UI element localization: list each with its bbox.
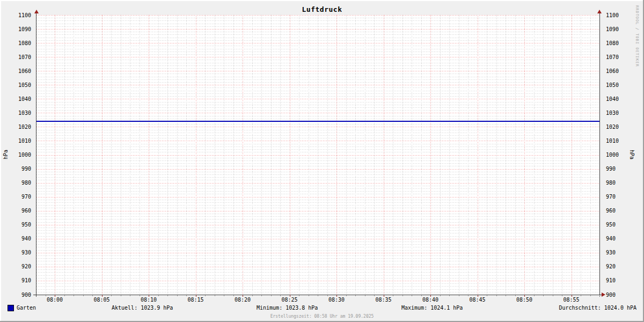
y-tick-label-left: 1080	[10, 40, 31, 46]
y-tick-label-left: 1100	[10, 12, 31, 18]
bevel-edge-top	[0, 0, 644, 1]
x-tick-minor	[534, 295, 535, 296]
x-tick-minor	[459, 295, 459, 296]
x-tick-minor	[562, 295, 562, 296]
x-tick-major	[572, 295, 572, 297]
gridline-h-major	[36, 155, 599, 156]
x-tick-minor	[271, 295, 272, 296]
gridline-v-major	[478, 15, 478, 295]
creation-timestamp: Erstellungszeit: 08:58 Uhr am 19.09.2025	[0, 314, 644, 319]
x-tick-minor	[553, 295, 553, 296]
x-tick-minor	[487, 295, 487, 296]
x-tick-minor	[327, 295, 328, 296]
x-tick-label: 08:15	[182, 297, 209, 303]
y-tick-label-right: 900	[606, 292, 616, 298]
gridline-h-major	[36, 197, 599, 197]
y-tick-label-left: 980	[10, 180, 31, 186]
x-tick-major	[55, 295, 55, 297]
x-tick-minor	[590, 295, 591, 296]
x-tick-major	[336, 295, 337, 297]
x-tick-minor	[355, 295, 356, 296]
y-axis-unit-right: hPa	[628, 145, 635, 164]
x-tick-minor	[140, 295, 140, 296]
x-tick-minor	[365, 295, 365, 296]
y-axis-arrow-left	[34, 10, 39, 13]
x-tick-minor	[167, 295, 168, 296]
y-tick-label-right: 1070	[606, 54, 619, 60]
x-tick-minor	[412, 295, 412, 296]
x-tick-minor	[92, 295, 93, 296]
gridline-h-major	[36, 169, 599, 170]
y-tick-label-left: 1060	[10, 68, 31, 74]
y-tick-label-right: 930	[606, 250, 616, 255]
stat-minimum: Minimum: 1023.8 hPa	[257, 305, 318, 311]
y-tick-label-left: 1090	[10, 26, 31, 32]
y-tick-label-right: 920	[606, 264, 616, 269]
x-tick-minor	[280, 295, 281, 296]
x-tick-label: 08:40	[417, 297, 444, 303]
y-tick-label-left: 940	[10, 236, 31, 241]
x-tick-minor	[158, 295, 159, 296]
x-tick-minor	[224, 295, 224, 296]
gridline-h-major	[36, 29, 599, 30]
x-tick-minor	[599, 295, 600, 296]
stat-durchschnitt: Durchschnitt: 1024.0 hPA	[559, 305, 637, 311]
x-tick-minor	[346, 295, 347, 296]
gridline-h-major	[36, 239, 599, 239]
gridline-v-major	[243, 15, 243, 295]
x-tick-major	[243, 295, 243, 297]
pressure-graph: Luftdruck 110011001090109010801080107010…	[0, 0, 644, 322]
gridline-v-major	[196, 15, 196, 295]
gridline-h-major	[36, 225, 599, 225]
x-tick-minor	[74, 295, 74, 296]
stat-aktuell: Aktuell: 1023.9 hPa	[112, 305, 173, 311]
y-tick-label-right: 960	[606, 208, 616, 214]
y-tick-label-right: 1090	[606, 26, 619, 32]
y-tick-label-right: 1030	[606, 110, 619, 116]
gridline-h-major	[36, 15, 599, 16]
gridline-h-major	[36, 211, 599, 211]
y-tick-label-left: 1030	[10, 110, 31, 116]
gridline-h-major	[36, 267, 599, 267]
x-tick-minor	[83, 295, 84, 296]
y-tick-label-right: 1080	[606, 40, 619, 46]
x-tick-major	[384, 295, 384, 297]
gridline-v-major	[384, 15, 384, 295]
gridline-v-major	[430, 15, 431, 295]
x-tick-minor	[261, 295, 262, 296]
x-tick-minor	[205, 295, 206, 296]
x-tick-minor	[299, 295, 299, 296]
series-line-garten	[36, 121, 599, 122]
gridline-v-major	[290, 15, 290, 295]
stat-maximum: Maximum: 1024.1 hPa	[401, 305, 463, 311]
y-tick-label-left: 970	[10, 194, 31, 200]
y-tick-label-right: 980	[606, 180, 616, 186]
x-tick-minor	[318, 295, 318, 296]
x-tick-minor	[506, 295, 506, 296]
x-tick-minor	[515, 295, 516, 296]
x-tick-minor	[543, 295, 544, 296]
gridline-h-major	[36, 127, 599, 127]
x-tick-label: 08:35	[370, 297, 397, 303]
x-tick-minor	[215, 295, 215, 296]
x-tick-minor	[393, 295, 393, 296]
x-tick-minor	[233, 295, 234, 296]
gridline-h-major	[36, 71, 599, 71]
x-tick-minor	[581, 295, 581, 296]
gridline-v-major	[149, 15, 149, 295]
gridline-v-major	[55, 15, 55, 295]
x-tick-label: 08:05	[89, 297, 115, 303]
rrdtool-watermark: RRDTOOL / TOBI OETIKER	[634, 5, 640, 64]
series-color-swatch	[8, 305, 14, 311]
x-tick-minor	[130, 295, 130, 296]
y-tick-label-right: 1000	[606, 152, 619, 158]
gridline-h-major	[36, 113, 599, 113]
gridline-h-major	[36, 253, 599, 253]
y-tick-label-right: 990	[606, 166, 616, 172]
y-tick-label-left: 950	[10, 222, 31, 228]
y-tick-label-right: 1010	[606, 138, 619, 144]
gridline-h-major	[36, 99, 599, 99]
x-tick-major	[149, 295, 149, 297]
series-name-label: Garten	[17, 305, 36, 311]
y-tick-label-left: 1020	[10, 124, 31, 130]
